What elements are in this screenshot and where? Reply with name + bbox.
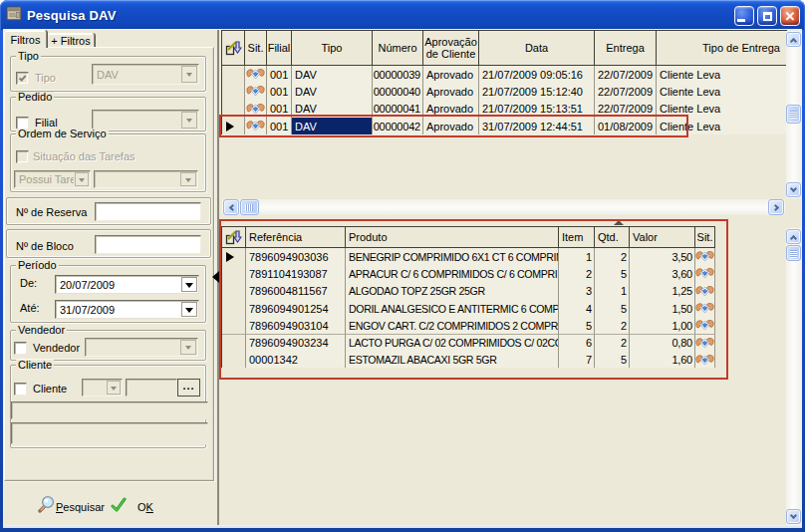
cell-data-row1[interactable]: 21/07/2009 09:05:16 xyxy=(479,66,595,84)
dav-grid-vertical-scrollbar[interactable] xyxy=(786,31,801,198)
status-icon-row3[interactable] xyxy=(245,101,267,119)
column-header-tipo_entrega[interactable]: Tipo de Entrega xyxy=(657,31,787,66)
reserva-input[interactable] xyxy=(95,202,201,221)
cell-numero-row3[interactable]: 00000041 xyxy=(373,101,423,119)
items-grid-vertical-scrollbar[interactable] xyxy=(786,228,801,525)
cell-data-row4[interactable]: 31/07/2009 12:44:51 xyxy=(479,118,595,134)
scrollbar-thumb[interactable] xyxy=(786,105,801,124)
column-header-referencia[interactable]: Referência xyxy=(246,227,346,248)
cell-ind-row2[interactable] xyxy=(222,83,245,101)
close-button[interactable]: ✕ xyxy=(780,6,800,26)
periodo-ate-datepicker[interactable]: 31/07/2009 xyxy=(55,300,199,319)
column-header-aprovacao[interactable]: Aprovação de Cliente xyxy=(423,31,479,66)
cell-item-row6[interactable]: 6 xyxy=(559,335,595,353)
vendedor-dropdown-button[interactable] xyxy=(180,340,196,355)
tarefa-combobox[interactable] xyxy=(94,170,198,188)
tipo-combobox-dropdown-button[interactable] xyxy=(181,66,197,83)
cell-ind-row6[interactable] xyxy=(222,335,246,353)
cell-data-row3[interactable]: 21/07/2009 15:13:51 xyxy=(479,101,595,119)
scrollbar-thumb[interactable] xyxy=(240,199,259,215)
cell-ind-row4[interactable] xyxy=(222,300,246,318)
cell-valor-row4[interactable]: 1,50 xyxy=(630,300,695,318)
scroll-up-button[interactable] xyxy=(786,32,801,47)
cell-tipo_entrega-row3[interactable]: Cliente Leva xyxy=(657,101,787,119)
cell-filial-row2[interactable]: 001 xyxy=(267,83,292,101)
cell-filial-row4[interactable]: 001 xyxy=(267,118,292,134)
title-bar[interactable]: Pesquisa DAV ✕ xyxy=(0,0,805,30)
column-header-filial[interactable]: Filial xyxy=(267,31,292,66)
maximize-button[interactable] xyxy=(757,6,777,26)
status-icon-row4[interactable] xyxy=(245,118,267,134)
cell-produto-row4[interactable]: DORIL ANALGESICO E ANTITERMIC 6 COMP xyxy=(346,300,559,318)
cell-tipo_entrega-row1[interactable]: Cliente Leva xyxy=(657,66,787,84)
cell-item-row7[interactable]: 7 xyxy=(559,352,595,368)
status-icon-row5[interactable] xyxy=(695,317,715,335)
status-icon-row1[interactable] xyxy=(245,66,267,84)
cell-tipo-row1[interactable]: DAV xyxy=(292,66,373,84)
cell-tipo-row4[interactable]: DAV xyxy=(292,118,373,134)
grid-splitter-arrow-icon[interactable] xyxy=(614,220,624,225)
cell-referencia-row6[interactable]: 7896094903234 xyxy=(246,335,346,353)
cell-produto-row5[interactable]: ENGOV CART. C/2 COMPRIMIDOS 2 COMPRI xyxy=(346,317,559,335)
column-header-data[interactable]: Data xyxy=(479,31,595,66)
status-icon-row3[interactable] xyxy=(695,283,715,301)
column-header-entrega[interactable]: Entrega xyxy=(595,31,657,66)
cell-referencia-row4[interactable]: 7896094901254 xyxy=(246,300,346,318)
cliente-combobox[interactable] xyxy=(82,379,123,397)
status-icon-row2[interactable] xyxy=(695,265,715,283)
scroll-right-button[interactable] xyxy=(768,199,784,215)
filial-combobox-dropdown-button[interactable] xyxy=(181,112,197,129)
magnifier-icon[interactable] xyxy=(37,495,56,514)
cell-qtd-row3[interactable]: 1 xyxy=(595,283,630,301)
cell-ind-row7[interactable] xyxy=(222,352,246,368)
cliente-checkbox[interactable] xyxy=(14,383,27,396)
green-check-icon[interactable] xyxy=(110,496,128,514)
cell-produto-row6[interactable]: LACTO PURGA C/ 02 COMPRIMIDOS C/ 02CO xyxy=(346,335,559,353)
cell-referencia-row5[interactable]: 7896094903104 xyxy=(246,317,346,335)
tarefa-dropdown-button[interactable] xyxy=(180,172,196,186)
cell-referencia-row3[interactable]: 7896004811567 xyxy=(246,283,346,301)
column-header-produto[interactable]: Produto xyxy=(346,227,559,248)
cell-numero-row4[interactable]: 00000042 xyxy=(373,118,423,134)
periodo-de-dropdown-button[interactable] xyxy=(181,277,197,292)
cell-ind-row2[interactable] xyxy=(222,265,246,283)
cell-referencia-row2[interactable]: 7891104193087 xyxy=(246,265,346,283)
status-icon-row4[interactable] xyxy=(695,300,715,318)
scroll-up-button[interactable] xyxy=(786,229,801,244)
column-header-item[interactable]: Item xyxy=(559,227,595,248)
tab-mais-filtros[interactable]: + Filtros xyxy=(47,33,95,48)
grid-customize-icon[interactable] xyxy=(222,227,246,248)
cell-qtd-row4[interactable]: 5 xyxy=(595,300,630,318)
dav-grid-horizontal-scrollbar[interactable] xyxy=(222,199,785,215)
column-header-valor[interactable]: Valor xyxy=(630,227,695,248)
cell-item-row4[interactable]: 4 xyxy=(559,300,595,318)
cell-ind-row1[interactable] xyxy=(222,248,246,266)
status-icon-row6[interactable] xyxy=(695,335,715,353)
cell-qtd-row2[interactable]: 5 xyxy=(595,265,630,283)
periodo-ate-dropdown-button[interactable] xyxy=(181,302,197,317)
cell-ind-row5[interactable] xyxy=(222,317,246,335)
scroll-down-button[interactable] xyxy=(786,182,801,197)
cell-valor-row1[interactable]: 3,50 xyxy=(630,248,695,266)
cell-valor-row2[interactable]: 3,60 xyxy=(630,265,695,283)
status-icon-row2[interactable] xyxy=(245,83,267,101)
cliente-dropdown-button[interactable] xyxy=(107,381,121,395)
cell-entrega-row3[interactable]: 22/07/2009 xyxy=(595,101,657,119)
cell-qtd-row5[interactable]: 2 xyxy=(595,317,630,335)
cell-numero-row1[interactable]: 00000039 xyxy=(373,66,423,84)
cell-produto-row2[interactable]: APRACUR C/ 6 COMPRIMIDOS C/ 6 COMPRI xyxy=(346,265,559,283)
cell-tipo-row3[interactable]: DAV xyxy=(292,101,373,119)
situacao-tarefas-checkbox[interactable] xyxy=(16,150,29,163)
cell-aprovacao-row1[interactable]: Aprovado xyxy=(423,66,479,84)
cell-produto-row3[interactable]: ALGODAO TOPZ 25GR 25GR xyxy=(346,283,559,301)
cell-entrega-row4[interactable]: 01/08/2009 xyxy=(595,118,657,134)
cell-qtd-row6[interactable]: 2 xyxy=(595,335,630,353)
periodo-de-datepicker[interactable]: 20/07/2009 xyxy=(55,275,199,294)
cell-qtd-row7[interactable]: 5 xyxy=(595,352,630,368)
pesquisar-button[interactable]: Pesquisar xyxy=(56,501,105,513)
column-header-qtd[interactable]: Qtd. xyxy=(595,227,630,248)
vendedor-combobox[interactable] xyxy=(85,338,198,357)
cell-ind-row1[interactable] xyxy=(222,66,245,84)
bloco-input[interactable] xyxy=(95,235,201,254)
vendedor-checkbox[interactable] xyxy=(14,342,27,355)
